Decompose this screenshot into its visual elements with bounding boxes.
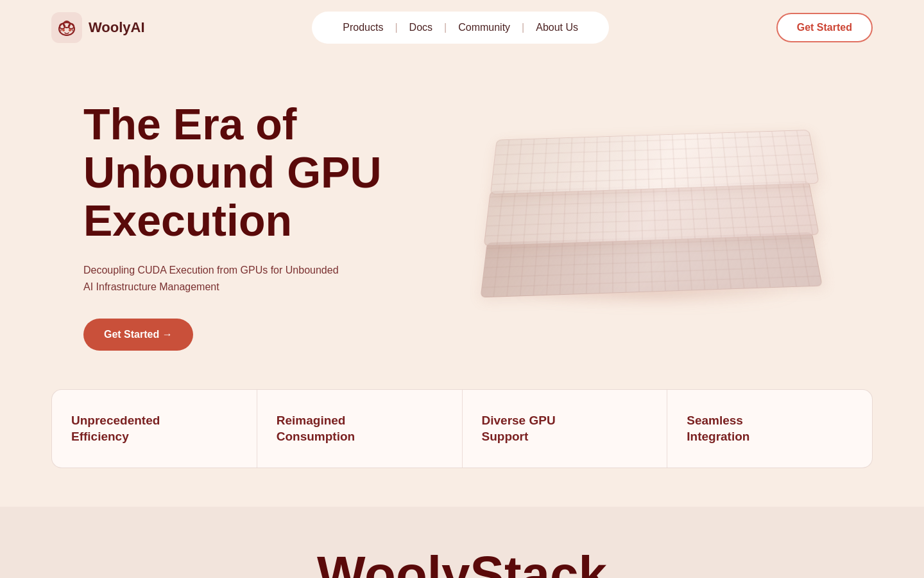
- header: WoolyAI Products | Docs | Community | Ab…: [0, 0, 924, 55]
- main-nav: Products | Docs | Community | About Us: [312, 12, 609, 44]
- feature-title-integration: SeamlessIntegration: [687, 413, 853, 444]
- features-section: UnprecedentedEfficiency ReimaginedConsum…: [51, 389, 873, 468]
- hero-image: [443, 74, 873, 306]
- svg-point-8: [72, 30, 74, 31]
- woolystack-title: WoolyStack: [51, 545, 873, 578]
- hero-title: The Era of Unbound GPU Execution: [83, 100, 443, 244]
- svg-point-5: [62, 29, 65, 31]
- feature-card-efficiency: UnprecedentedEfficiency: [52, 390, 257, 468]
- header-cta-button[interactable]: Get Started: [776, 13, 873, 42]
- feature-card-integration: SeamlessIntegration: [667, 390, 872, 468]
- feature-title-efficiency: UnprecedentedEfficiency: [71, 413, 237, 444]
- hero-content: The Era of Unbound GPU Execution Decoupl…: [83, 87, 443, 351]
- hero-title-line2: Unbound GPU: [83, 148, 382, 197]
- feature-card-gpu: Diverse GPUSupport: [463, 390, 668, 468]
- nav-item-products[interactable]: Products: [331, 19, 395, 36]
- logo-icon: [51, 12, 82, 43]
- gpu-layers-illustration: [472, 74, 844, 306]
- gpu-layer-3: [490, 130, 819, 195]
- logo[interactable]: WoolyAI: [51, 12, 145, 43]
- hero-title-line1: The Era of: [83, 100, 297, 148]
- nav-item-docs[interactable]: Docs: [398, 19, 444, 36]
- svg-point-6: [69, 29, 71, 31]
- feature-title-consumption: ReimaginedConsumption: [277, 413, 443, 444]
- logo-text: WoolyAI: [89, 19, 145, 36]
- bottom-section: WoolyStack: [0, 507, 924, 578]
- nav-item-about[interactable]: About Us: [524, 19, 590, 36]
- hero-subtitle: Decoupling CUDA Execution from GPUs for …: [83, 262, 340, 295]
- hero-title-line3: Execution: [83, 196, 292, 245]
- nav-item-community[interactable]: Community: [447, 19, 522, 36]
- hero-cta-button[interactable]: Get Started →: [83, 319, 193, 351]
- feature-title-gpu: Diverse GPUSupport: [482, 413, 648, 444]
- hero-section: The Era of Unbound GPU Execution Decoupl…: [0, 55, 924, 376]
- svg-point-7: [60, 30, 62, 31]
- feature-card-consumption: ReimaginedConsumption: [257, 390, 463, 468]
